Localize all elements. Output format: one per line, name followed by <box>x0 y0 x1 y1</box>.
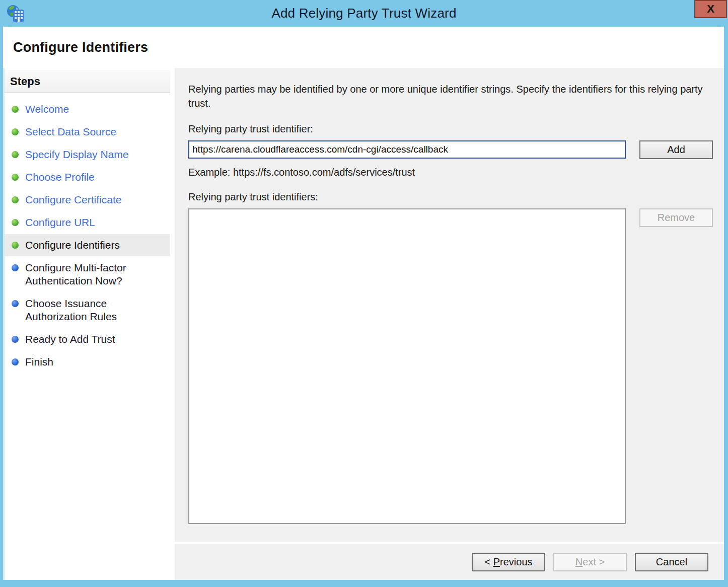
step-label: Configure Identifiers <box>25 239 120 252</box>
step-done-icon <box>12 151 19 158</box>
intro-text: Relying parties may be identified by one… <box>188 82 713 110</box>
close-button[interactable]: X <box>694 0 727 18</box>
step-choose-issuance-rules: Choose Issuance Authorization Rules <box>5 292 170 328</box>
wizard-frame: Configure Identifiers Steps Welcome Sele… <box>3 27 724 580</box>
step-finish: Finish <box>5 351 170 373</box>
step-done-icon <box>12 242 19 249</box>
step-configure-mfa: Configure Multi-factor Authentication No… <box>5 257 170 292</box>
step-label: Configure URL <box>25 216 95 229</box>
step-ready-to-add-trust: Ready to Add Trust <box>5 328 170 350</box>
step-done-icon <box>12 174 19 181</box>
step-pending-icon <box>12 300 19 307</box>
main-panel: Relying parties may be identified by one… <box>175 68 724 542</box>
step-done-icon <box>12 219 19 226</box>
footer-bar: < Previous Next > Cancel <box>175 544 724 580</box>
step-label: Welcome <box>25 103 69 116</box>
cancel-button[interactable]: Cancel <box>635 553 708 571</box>
step-label: Choose Profile <box>25 171 95 184</box>
step-configure-identifiers: Configure Identifiers <box>5 234 170 256</box>
adfs-app-icon <box>6 4 25 23</box>
step-pending-icon <box>12 336 19 343</box>
step-label: Finish <box>25 355 53 369</box>
next-button[interactable]: Next > <box>553 553 627 571</box>
example-text: Example: https://fs.contoso.com/adfs/ser… <box>188 167 713 178</box>
page-header: Configure Identifiers <box>3 27 724 68</box>
identifiers-list-label: Relying party trust identifiers: <box>188 191 713 203</box>
identifier-label: Relying party trust identifier: <box>188 123 713 135</box>
step-label: Select Data Source <box>25 125 116 138</box>
step-select-data-source[interactable]: Select Data Source <box>5 121 170 143</box>
step-welcome[interactable]: Welcome <box>5 98 170 120</box>
identifiers-listbox[interactable] <box>188 208 626 524</box>
step-done-icon <box>12 196 19 203</box>
page-title: Configure Identifiers <box>3 27 724 55</box>
identifier-input[interactable] <box>188 140 626 159</box>
step-configure-certificate[interactable]: Configure Certificate <box>5 189 170 211</box>
step-choose-profile[interactable]: Choose Profile <box>5 166 170 188</box>
step-label: Specify Display Name <box>25 148 128 161</box>
step-configure-url[interactable]: Configure URL <box>5 211 170 234</box>
step-specify-display-name[interactable]: Specify Display Name <box>5 143 170 166</box>
titlebar: Add Relying Party Trust Wizard X <box>0 0 728 27</box>
steps-title: Steps <box>5 70 170 93</box>
previous-button[interactable]: < Previous <box>472 553 545 571</box>
step-done-icon <box>12 128 19 135</box>
steps-list: Welcome Select Data Source Specify Displ… <box>5 93 170 373</box>
step-label: Ready to Add Trust <box>25 333 115 346</box>
step-done-icon <box>12 106 19 113</box>
window-title: Add Relying Party Trust Wizard <box>0 6 728 21</box>
wizard-window: Add Relying Party Trust Wizard X Configu… <box>0 0 728 587</box>
steps-sidebar: Steps Welcome Select Data Source Specify… <box>3 68 170 580</box>
step-label: Configure Certificate <box>25 193 121 206</box>
step-pending-icon <box>12 358 19 365</box>
remove-button[interactable]: Remove <box>639 208 713 227</box>
step-pending-icon <box>12 264 19 271</box>
step-label: Configure Multi-factor Authentication No… <box>25 261 167 287</box>
add-button[interactable]: Add <box>639 140 713 159</box>
step-label: Choose Issuance Authorization Rules <box>25 297 167 323</box>
